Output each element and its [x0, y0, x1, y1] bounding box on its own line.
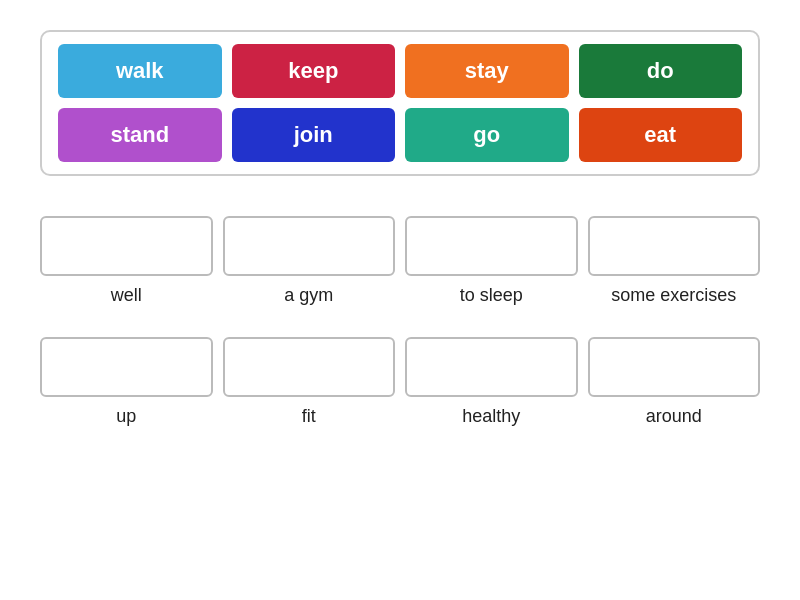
label-some-exercises: some exercises — [588, 284, 761, 307]
word-btn-stand[interactable]: stand — [58, 108, 222, 162]
word-btn-go[interactable]: go — [405, 108, 569, 162]
drop-box-6[interactable] — [223, 337, 396, 397]
drop-box-4[interactable] — [588, 216, 761, 276]
word-btn-walk[interactable]: walk — [58, 44, 222, 98]
drop-box-8[interactable] — [588, 337, 761, 397]
word-btn-join[interactable]: join — [232, 108, 396, 162]
drop-labels-row1: well a gym to sleep some exercises — [40, 284, 760, 307]
word-bank: walkkeepstaydostandjoingoeat — [40, 30, 760, 176]
drop-boxes-row1 — [40, 216, 760, 276]
label-fit: fit — [223, 405, 396, 428]
label-to-sleep: to sleep — [405, 284, 578, 307]
word-btn-keep[interactable]: keep — [232, 44, 396, 98]
label-a-gym: a gym — [223, 284, 396, 307]
drop-labels-row2: up fit healthy around — [40, 405, 760, 428]
label-up: up — [40, 405, 213, 428]
drop-box-7[interactable] — [405, 337, 578, 397]
label-around: around — [588, 405, 761, 428]
drop-box-1[interactable] — [40, 216, 213, 276]
drop-boxes-row2 — [40, 337, 760, 397]
label-well: well — [40, 284, 213, 307]
word-btn-eat[interactable]: eat — [579, 108, 743, 162]
word-btn-do[interactable]: do — [579, 44, 743, 98]
drop-box-3[interactable] — [405, 216, 578, 276]
drop-box-2[interactable] — [223, 216, 396, 276]
drop-box-5[interactable] — [40, 337, 213, 397]
word-btn-stay[interactable]: stay — [405, 44, 569, 98]
label-healthy: healthy — [405, 405, 578, 428]
